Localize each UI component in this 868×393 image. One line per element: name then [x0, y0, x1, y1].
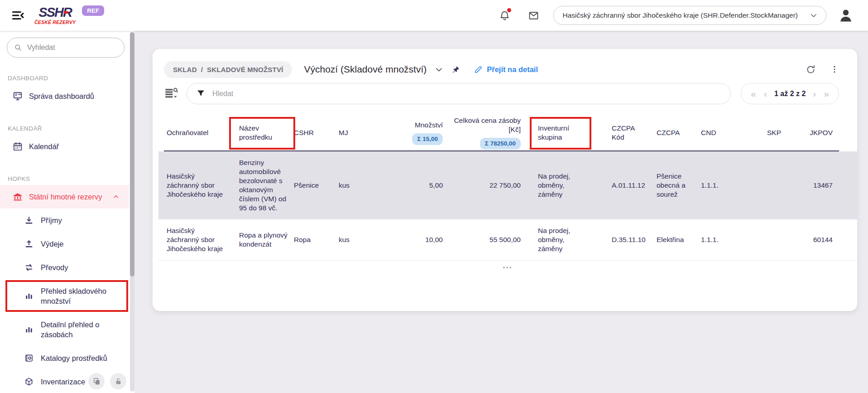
- sum-badge: Σ 15,00: [412, 133, 443, 145]
- filter-row: « ‹ 1 až 2 z 2 › »: [164, 83, 839, 104]
- sidebar-item-label: Inventarizace: [41, 377, 85, 387]
- pagination-last-button[interactable]: »: [823, 89, 830, 98]
- pin-view-button[interactable]: [451, 65, 460, 74]
- sidebar-item-label: Správa dashboardů: [29, 91, 94, 101]
- sidebar-item-label: Detailní přehled o zásobách: [41, 320, 125, 340]
- sidebar-item-label: Státní hmotné rezervy: [29, 192, 102, 202]
- hamburger-collapse-icon: [11, 9, 24, 22]
- breadcrumb-sklad[interactable]: SKLAD: [173, 66, 197, 73]
- pagination: « ‹ 1 až 2 z 2 › »: [741, 83, 839, 104]
- sidebar-item-katalogy-prostredku[interactable]: Katalogy prostředků: [0, 346, 129, 370]
- sidebar-item-prehled-skladoveho-mnozstvi[interactable]: Přehled skladového množství: [0, 279, 129, 313]
- upload-icon: [24, 239, 34, 249]
- breadcrumb-skladove-mnozstvi[interactable]: SKLADOVÉ MNOŽSTVÍ: [207, 66, 283, 73]
- sidebar-scrollbar[interactable]: [130, 32, 134, 392]
- column-header-mj[interactable]: MJ: [339, 128, 377, 137]
- column-header-label: Inventurní skupina: [538, 124, 569, 141]
- funnel-icon: [196, 89, 206, 98]
- cell-czcpa: Elektřina: [650, 235, 697, 244]
- table-footer-ellipsis: •••: [158, 260, 857, 277]
- column-header-label: Množství: [377, 121, 443, 130]
- go-to-detail-link[interactable]: Přejít na detail: [474, 65, 538, 74]
- sidebar-item-label: Výdeje: [41, 239, 63, 249]
- sidebar-item-label: Kalendář: [29, 141, 59, 151]
- column-header-mnozstvi[interactable]: Množství Σ 15,00: [377, 121, 443, 145]
- cell-nazev-prostredku: Benziny automobilové bezolovnaté s oktan…: [231, 158, 294, 213]
- column-header-ochranovatel[interactable]: Ochraňovatel: [164, 128, 231, 137]
- table-row[interactable]: Hasičský záchranný sbor Jihočeského kraj…: [158, 219, 857, 260]
- cell-cnd: 1.1.1.: [697, 181, 742, 190]
- cell-celkova-cena: 55 500,00: [443, 235, 521, 244]
- unlock-button[interactable]: [110, 373, 126, 389]
- view-header: SKLAD / SKLADOVÉ MNOŽSTVÍ Výchozí (Sklad…: [164, 59, 839, 80]
- column-header-inventurni-skupina[interactable]: Inventurní skupina: [521, 124, 607, 142]
- sidebar-section-dashboard: DASHBOARD: [8, 75, 129, 82]
- more-options-button[interactable]: [830, 64, 839, 75]
- pagination-next-button[interactable]: ›: [812, 89, 816, 98]
- column-header-jkpov[interactable]: JKPOV: [781, 128, 839, 137]
- cell-czcpa: Pšenice obecná a sourež: [650, 172, 697, 199]
- sidebar-item-label: Přehled skladového množství: [41, 286, 125, 306]
- sidebar-item-prijmy[interactable]: Příjmy: [0, 209, 129, 232]
- column-settings-button[interactable]: [164, 87, 178, 101]
- sidebar-item-detailni-prehled-o-zasobach[interactable]: Detailní přehled o zásobách: [0, 313, 129, 346]
- pencil-icon: [474, 65, 483, 74]
- user-menu-button[interactable]: [838, 7, 854, 24]
- organization-selector-value: Hasičský záchranný sbor Jihočeského kraj…: [563, 11, 798, 19]
- column-header-label: Název prostředku: [239, 124, 272, 141]
- cell-cnd: 1.1.1.: [697, 235, 742, 244]
- filter-funnel-button[interactable]: [196, 89, 206, 98]
- cell-celkova-cena: 22 750,00: [443, 181, 521, 190]
- view-selector-chevron[interactable]: [435, 65, 443, 74]
- sidebar-collapse-button[interactable]: [10, 8, 25, 23]
- view-actions: [805, 64, 839, 75]
- breadcrumb-separator: /: [201, 66, 203, 73]
- transfer-icon: [24, 262, 34, 272]
- main-content: SKLAD / SKLADOVÉ MNOŽSTVÍ Výchozí (Sklad…: [134, 31, 868, 393]
- sidebar-item-kalendar[interactable]: Kalendář: [0, 135, 129, 158]
- notifications-button[interactable]: [497, 8, 513, 23]
- page-title: Výchozí (Skladové množství): [304, 64, 427, 75]
- column-header-label: Celková cena zásoby [Kč]: [443, 116, 521, 134]
- sidebar-inner: DASHBOARD Správa dashboardů KALENDÁŘ Kal…: [0, 31, 129, 393]
- column-header-cshr[interactable]: CSHR: [294, 128, 339, 137]
- copy-button[interactable]: [88, 373, 105, 389]
- pagination-prev-button[interactable]: ‹: [763, 89, 767, 98]
- organization-selector[interactable]: Hasičský záchranný sbor Jihočeského kraj…: [553, 6, 826, 25]
- breadcrumb[interactable]: SKLAD / SKLADOVÉ MNOŽSTVÍ: [164, 61, 292, 78]
- table-search-input[interactable]: [212, 90, 721, 98]
- column-header-cnd[interactable]: CND: [697, 128, 742, 137]
- sidebar-item-vydeje[interactable]: Výdeje: [0, 232, 129, 256]
- sidebar-search: [7, 38, 125, 58]
- refresh-button[interactable]: [805, 64, 816, 75]
- messages-button[interactable]: [526, 8, 542, 23]
- mail-icon: [528, 10, 540, 22]
- refresh-icon: [805, 64, 816, 75]
- sidebar-item-sprava-dashboardu[interactable]: Správa dashboardů: [0, 84, 129, 108]
- column-header-czcpa-kod[interactable]: CZCPA Kód: [607, 124, 650, 142]
- sidebar-section-hopks: HOPKS: [8, 175, 129, 182]
- content-card: SKLAD / SKLADOVÉ MNOŽSTVÍ Výchozí (Sklad…: [153, 49, 857, 311]
- pagination-first-button[interactable]: «: [750, 89, 757, 98]
- column-header-skp[interactable]: SKP: [742, 128, 781, 137]
- sidebar-item-statni-hmotne-rezervy[interactable]: Státní hmotné rezervy: [0, 185, 129, 209]
- chevron-up-icon: [113, 194, 119, 200]
- column-header-celkova-cena[interactable]: Celková cena zásoby [Kč] Σ 78250,00: [443, 116, 521, 150]
- list-search-icon: [164, 87, 178, 101]
- unlock-icon: [114, 377, 123, 386]
- cell-mj: kus: [339, 181, 377, 190]
- pagination-label: 1 až 2 z 2: [774, 90, 806, 98]
- sidebar-search-input[interactable]: [27, 44, 118, 52]
- cell-czcpa-kod: A.01.11.12: [607, 181, 650, 190]
- logo-subtitle: ČESKÉ REZERVY: [34, 20, 76, 25]
- table-row[interactable]: Hasičský záchranný sbor Jihočeského kraj…: [158, 151, 857, 219]
- cell-jkpov: 60144: [781, 235, 839, 244]
- sidebar-scrollbar-thumb[interactable]: [130, 32, 134, 277]
- cell-cshr: Pšenice: [294, 181, 339, 190]
- column-header-nazev-prostredku[interactable]: Název prostředku: [231, 124, 294, 142]
- chevron-down-icon: [435, 65, 443, 74]
- table-search: [187, 83, 731, 104]
- column-header-czcpa[interactable]: CZCPA: [650, 128, 697, 137]
- notification-dot: [507, 8, 511, 12]
- sidebar-item-prevody[interactable]: Převody: [0, 256, 129, 279]
